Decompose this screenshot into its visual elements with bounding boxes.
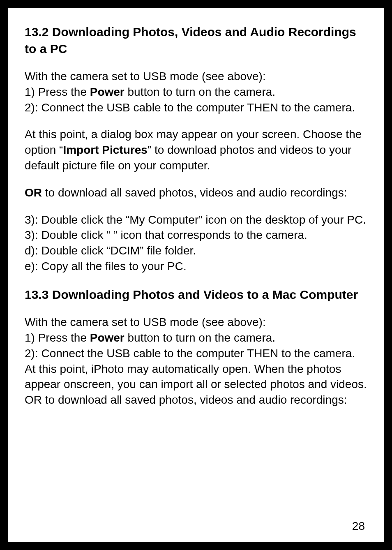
text-bold-or: OR [25,186,42,199]
section-heading-13-2: 13.2 Downloading Photos, Videos and Audi… [25,24,367,57]
text-line: With the camera set to USB mode (see abo… [25,316,266,328]
section-heading-13-3: 13.3 Downloading Photos and Videos to a … [25,287,367,303]
text-bold-power: Power [90,86,125,98]
text-line: 3): Double click the “My Computer” icon … [25,213,366,226]
text-line: 2): Connect the USB cable to the compute… [25,101,355,114]
paragraph-mac-steps: With the camera set to USB mode (see abo… [25,314,367,408]
paragraph-dialog-box: At this point, a dialog box may appear o… [25,127,367,173]
text-line: d): Double click “DCIM” file folder. [25,244,196,257]
text-line: With the camera set to USB mode (see abo… [25,70,266,83]
text-line: 3): Double click “ ” icon that correspon… [25,229,307,241]
page-number: 28 [352,520,365,533]
text-bold-import: Import Pictures [63,143,147,156]
text-line: 1) Press the [25,86,90,98]
text-line: to download all saved photos, videos and… [42,186,347,199]
text-line: button to turn on the camera. [125,86,275,98]
paragraph-or: OR to download all saved photos, videos … [25,185,367,201]
text-line: button to turn on the camera. [125,331,275,344]
document-page: 13.2 Downloading Photos, Videos and Audi… [8,8,384,542]
text-line: At this point, iPhoto may automatically … [25,363,367,391]
text-line: OR to download all saved photos, videos … [25,393,347,406]
text-line: 2): Connect the USB cable to the compute… [25,347,355,360]
paragraph-usb-steps-pc: With the camera set to USB mode (see abo… [25,69,367,115]
text-line: 1) Press the [25,331,90,344]
paragraph-steps-continued: 3): Double click the “My Computer” icon … [25,212,367,274]
text-line: e): Copy all the files to your PC. [25,260,187,273]
text-bold-power-mac: Power [90,331,125,344]
